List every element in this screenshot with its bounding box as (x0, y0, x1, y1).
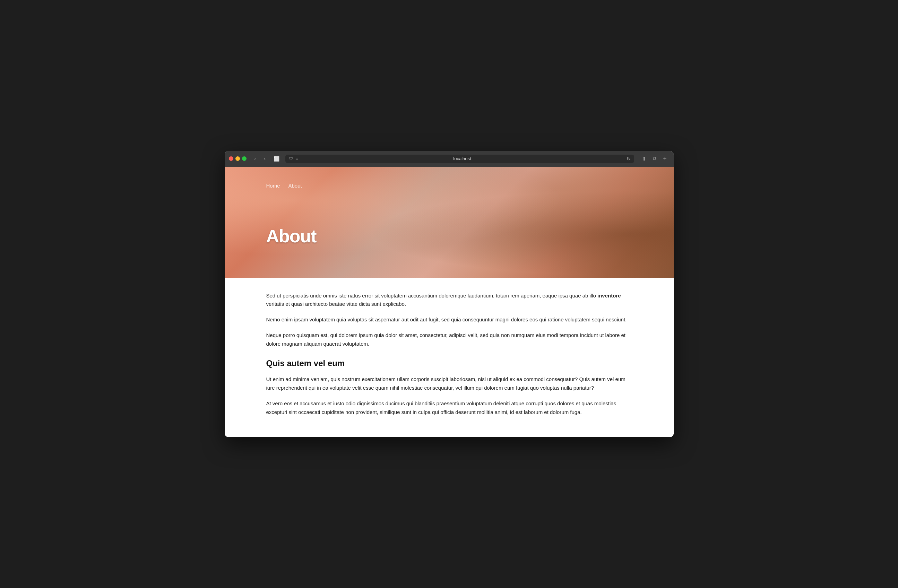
share-button[interactable]: ⬆ (640, 154, 649, 163)
add-tab-button[interactable]: + (661, 154, 669, 163)
maximize-button[interactable] (242, 156, 246, 161)
paragraph-1-bold: inventore (597, 292, 621, 299)
paragraph-3: Neque porro quisquam est, qui dolorem ip… (266, 331, 632, 348)
hero-title-container: About (224, 205, 674, 257)
browser-window: ‹ › ⬜ 🛡 ≡ localhost ↻ ⬆ ⧉ + Home About A… (224, 151, 674, 437)
nav-buttons: ‹ › (251, 154, 269, 163)
nav-about-link[interactable]: About (289, 183, 302, 189)
nav-home-link[interactable]: Home (266, 183, 280, 189)
address-bar[interactable]: 🛡 ≡ localhost ↻ (285, 155, 634, 163)
paragraph-2: Nemo enim ipsam voluptatem quia voluptas… (266, 316, 632, 324)
paragraph-1-rest: veritatis et quasi architecto beatae vit… (266, 301, 406, 307)
menu-icon: ≡ (296, 156, 298, 161)
toolbar-right: ⬆ ⧉ + (640, 154, 669, 163)
paragraph-1: Sed ut perspiciatis unde omnis iste natu… (266, 292, 632, 309)
paragraph-5: At vero eos et accusamus et iusto odio d… (266, 399, 632, 417)
page-title: About (266, 226, 632, 246)
sidebar-toggle-button[interactable]: ⬜ (272, 154, 281, 163)
traffic-lights (229, 156, 246, 161)
tabs-button[interactable]: ⧉ (650, 154, 659, 163)
main-content: Sed ut perspiciatis unde omnis iste natu… (224, 278, 674, 437)
section-heading: Quis autem vel eum (266, 359, 632, 368)
reload-button[interactable]: ↻ (626, 156, 631, 162)
minimize-button[interactable] (235, 156, 240, 161)
back-button[interactable]: ‹ (251, 154, 260, 163)
hero-section: Home About About (224, 167, 674, 278)
paragraph-4: Ut enim ad minima veniam, quis nostrum e… (266, 375, 632, 393)
paragraph-1-text: Sed ut perspiciatis unde omnis iste natu… (266, 292, 598, 299)
browser-chrome: ‹ › ⬜ 🛡 ≡ localhost ↻ ⬆ ⧉ + (224, 151, 674, 167)
forward-button[interactable]: › (260, 154, 269, 163)
url-text: localhost (301, 156, 624, 161)
page-content: Home About About Sed ut perspiciatis und… (224, 167, 674, 437)
close-button[interactable] (229, 156, 233, 161)
navigation: Home About (224, 177, 674, 194)
shield-icon: 🛡 (289, 156, 293, 161)
